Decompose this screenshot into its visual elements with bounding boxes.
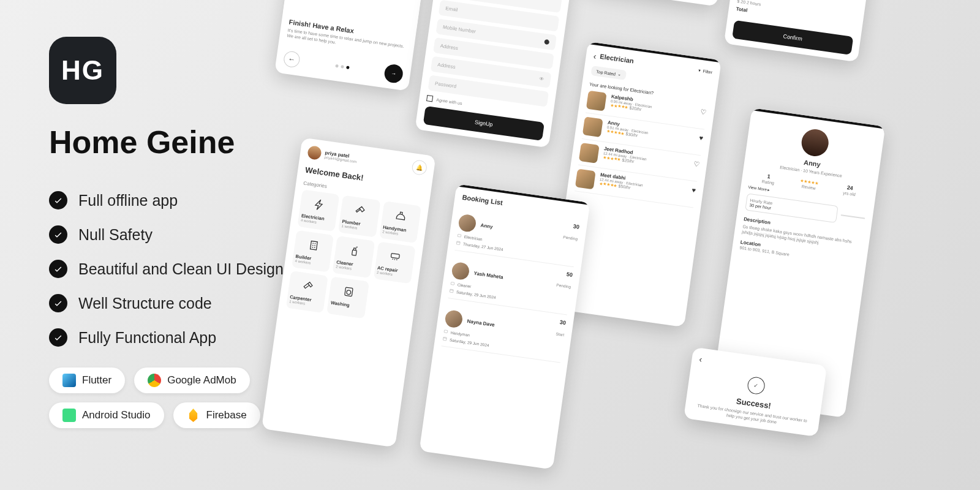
- app-icon: HG: [49, 37, 116, 104]
- screen-checkout: Anny Electrician My Address 202, off Sar…: [724, 0, 875, 62]
- cat-handyman[interactable]: Handyman2 workers: [379, 201, 421, 243]
- heart-icon[interactable]: ♥: [699, 134, 704, 142]
- ac-icon: [386, 248, 404, 266]
- svg-rect-9: [345, 287, 353, 296]
- agree-checkbox[interactable]: [426, 95, 433, 102]
- screen-booking-detail: Thursday, 26 Jun 3:08 AM Address Home 20…: [583, 0, 728, 7]
- worker-avatar: [579, 143, 600, 164]
- user-avatar[interactable]: [307, 145, 322, 160]
- cat-carpenter[interactable]: Carpenter1 workers: [286, 271, 328, 313]
- feature-text: Full offline app: [78, 192, 178, 209]
- cat-electrician[interactable]: Electrician4 workers: [297, 189, 339, 232]
- check-icon: [49, 328, 67, 347]
- cat-plumber[interactable]: Plumber1 workers: [338, 195, 380, 238]
- rating-label: Rating: [761, 179, 774, 186]
- check-icon: [49, 191, 67, 209]
- spray-icon: [345, 242, 363, 260]
- building-icon: [304, 236, 322, 254]
- firebase-icon: [187, 409, 200, 422]
- feature-text: Well Structure code: [78, 295, 212, 312]
- booking-name: Anny: [480, 222, 493, 230]
- cat-cleaner[interactable]: Cleaner2 workers: [333, 236, 375, 278]
- hammer-icon: [299, 277, 317, 295]
- svg-rect-6: [310, 241, 317, 250]
- helmet-icon: [392, 207, 410, 225]
- svg-rect-13: [451, 282, 454, 285]
- heart-icon[interactable]: ♡: [700, 108, 707, 116]
- svg-rect-16: [443, 337, 447, 341]
- check-icon: [49, 260, 67, 278]
- booking-avatar: [451, 262, 470, 281]
- location-icon: ⬤: [544, 39, 550, 45]
- svg-rect-14: [450, 289, 453, 293]
- pill-label: Flutter: [82, 374, 111, 386]
- bell-icon[interactable]: 🔔: [411, 159, 428, 176]
- page-dots: [335, 64, 349, 69]
- android-studio-icon: [62, 409, 76, 422]
- wrench-icon: [351, 202, 369, 219]
- agree-label: Agree with us: [436, 97, 462, 106]
- field-label: Mobile Number: [442, 24, 476, 34]
- eye-off-icon: 👁: [539, 77, 545, 83]
- feature-text: Fully Functional App: [78, 329, 216, 347]
- heart-icon[interactable]: ♥: [692, 186, 696, 194]
- pill-flutter: Flutter: [49, 368, 125, 393]
- sort-chip[interactable]: Top Rated ⌄: [590, 66, 627, 80]
- booking-name: Yash Maheta: [473, 270, 503, 280]
- svg-rect-8: [391, 254, 400, 258]
- filter-icon: ▾: [698, 68, 701, 73]
- back-icon[interactable]: ‹: [593, 51, 597, 61]
- chevron-down-icon: ⌄: [617, 72, 622, 77]
- sort-label: Top Rated: [596, 69, 616, 76]
- worker-avatar: [582, 116, 603, 137]
- success-check-icon: ✓: [747, 376, 766, 396]
- category-grid: Electrician4 workers Plumber1 workers Ha…: [286, 189, 421, 324]
- svg-rect-11: [458, 234, 461, 237]
- check-icon: [49, 294, 67, 312]
- cat-ac[interactable]: AC repair2 workers: [373, 241, 415, 284]
- booking-avatar: [458, 213, 477, 233]
- filter-button[interactable]: ▾Filter: [698, 68, 712, 75]
- svg-rect-15: [444, 330, 448, 333]
- compare-button[interactable]: [841, 214, 865, 219]
- heart-icon[interactable]: ♡: [693, 160, 700, 168]
- screen-onboarding: Finish! Have a Relax It's time to have s…: [274, 0, 430, 91]
- cat-builder[interactable]: Builder4 workers: [292, 230, 334, 273]
- booking-status: Pending: [556, 282, 571, 288]
- cat-washing[interactable]: Washing: [326, 276, 369, 318]
- field-label: Address: [437, 62, 456, 70]
- age-label: yrs old: [843, 190, 856, 197]
- bolt-icon: [311, 196, 328, 214]
- profile-avatar: [800, 127, 831, 158]
- booking-status: Pending: [563, 235, 578, 241]
- cat-name: Washing: [330, 300, 363, 310]
- next-button[interactable]: →: [383, 63, 404, 84]
- screen-booking-list: Booking List 30AnnyPendingElectricianThu…: [419, 184, 590, 469]
- worker-avatar: [586, 91, 607, 111]
- filter-label: Filter: [703, 69, 713, 75]
- screen-home: priya patelpriya44@gmail.com 🔔 Welcome B…: [262, 137, 436, 447]
- check-icon: [49, 225, 67, 244]
- pill-android-studio: Android Studio: [49, 402, 164, 428]
- worker-avatar: [575, 168, 596, 189]
- feature-text: Null Safety: [78, 226, 153, 244]
- svg-rect-7: [352, 250, 356, 255]
- back-button[interactable]: ←: [283, 50, 301, 68]
- booking-status: Start: [556, 331, 565, 337]
- screen-signup: Signup You've got some options. But you …: [415, 0, 579, 148]
- svg-rect-12: [456, 241, 460, 245]
- booking-name: Nayna Dave: [467, 318, 495, 327]
- svg-point-10: [347, 290, 352, 295]
- flutter-icon: [62, 374, 76, 387]
- booking-avatar: [444, 309, 464, 329]
- washer-icon: [340, 283, 358, 301]
- pill-label: Google AdMob: [167, 374, 236, 386]
- pill-label: Android Studio: [82, 409, 151, 421]
- list-title: Electrician: [600, 52, 635, 64]
- admob-icon: [148, 374, 161, 387]
